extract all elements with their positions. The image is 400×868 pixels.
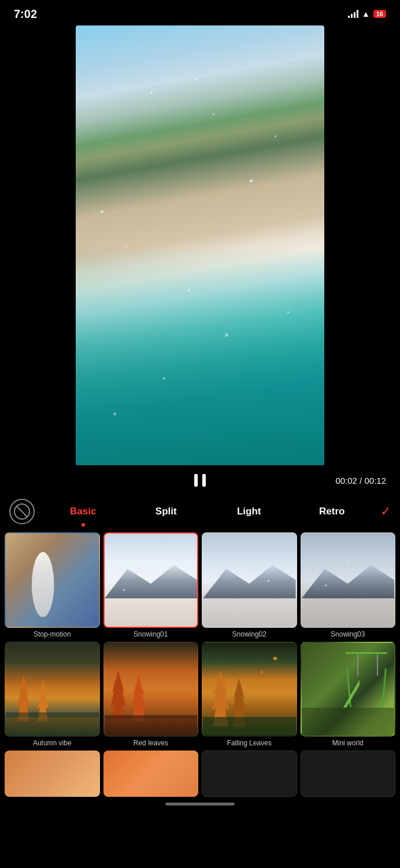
snowing02-mountain xyxy=(203,561,296,598)
scroll-indicator xyxy=(0,797,400,808)
pause-bar-left xyxy=(194,474,198,487)
tab-basic-label: Basic xyxy=(70,506,96,517)
filter-tabs: Basic Split Light Retro ✓ xyxy=(0,495,400,528)
strip-item-3[interactable] xyxy=(202,751,297,797)
filter-thumb-red-leaves xyxy=(103,642,199,737)
filter-thumb-snowing03 xyxy=(301,532,396,628)
tab-basic[interactable]: Basic xyxy=(42,499,125,524)
tab-basic-dot xyxy=(82,523,85,527)
confirm-button[interactable]: ✓ xyxy=(380,504,391,519)
filter-label-stop-motion: Stop-motion xyxy=(34,630,71,638)
filter-label-snowing03: Snowing03 xyxy=(331,630,365,638)
filter-grid: Stop-motion Snowing01 Snowing02 Snowing0… xyxy=(0,528,400,747)
tab-retro[interactable]: Retro xyxy=(291,499,374,524)
filter-label-snowing01: Snowing01 xyxy=(134,630,168,638)
status-time: 7:02 xyxy=(14,8,37,21)
battery-badge: 16 xyxy=(373,10,386,18)
stop-motion-person xyxy=(24,552,61,617)
filter-item-red-leaves[interactable]: Red leaves xyxy=(103,642,199,748)
strip-item-1[interactable] xyxy=(5,751,100,797)
bottom-strip xyxy=(0,751,400,797)
tab-light[interactable]: Light xyxy=(208,499,291,524)
playback-bar: 00:02 / 00:12 xyxy=(0,465,400,495)
filter-item-autumn-vibe[interactable]: Autumn vibe xyxy=(5,642,100,748)
filter-label-snowing02: Snowing02 xyxy=(232,630,266,638)
filter-thumb-autumn xyxy=(5,642,100,737)
filter-thumb-snowing01 xyxy=(103,532,199,628)
filter-label-mini-world: Mini world xyxy=(332,739,364,747)
signal-icon xyxy=(348,10,358,18)
filter-item-stop-motion[interactable]: Stop-motion xyxy=(5,532,100,638)
tab-split[interactable]: Split xyxy=(125,499,208,524)
video-preview[interactable] xyxy=(76,25,324,465)
filter-thumb-mini-world xyxy=(301,642,396,737)
snowing03-mountain xyxy=(302,561,395,598)
tab-light-label: Light xyxy=(237,506,261,517)
filter-thumb-snowing02 xyxy=(202,532,297,628)
no-filter-button[interactable] xyxy=(9,499,35,524)
filter-item-snowing01[interactable]: Snowing01 xyxy=(103,532,199,638)
status-bar: 7:02 ▲ 16 xyxy=(0,0,400,25)
tab-retro-label: Retro xyxy=(319,506,345,517)
video-bg xyxy=(76,25,324,465)
filter-label-autumn: Autumn vibe xyxy=(33,739,72,747)
strip-item-4[interactable] xyxy=(301,751,396,797)
strip-item-2[interactable] xyxy=(103,751,199,797)
pause-bar-right xyxy=(202,474,206,487)
filter-item-falling-leaves[interactable]: Falling Leaves xyxy=(202,642,297,748)
snowing01-mountain xyxy=(105,561,198,598)
filter-thumb-stop-motion xyxy=(5,532,100,628)
scroll-pill xyxy=(165,803,235,806)
filter-thumb-falling-leaves xyxy=(202,642,297,737)
pause-button[interactable] xyxy=(193,474,207,487)
filter-item-snowing02[interactable]: Snowing02 xyxy=(202,532,297,638)
time-display: 00:02 / 00:12 xyxy=(335,476,386,486)
no-filter-icon xyxy=(14,503,30,520)
wifi-icon: ▲ xyxy=(362,9,370,19)
status-icons: ▲ 16 xyxy=(348,9,386,19)
filter-item-mini-world[interactable]: Mini world xyxy=(301,642,396,748)
filter-label-falling-leaves: Falling Leaves xyxy=(227,739,272,747)
filter-label-red-leaves: Red leaves xyxy=(134,739,168,747)
filter-item-snowing03[interactable]: Snowing03 xyxy=(301,532,396,638)
tab-split-label: Split xyxy=(155,506,177,517)
